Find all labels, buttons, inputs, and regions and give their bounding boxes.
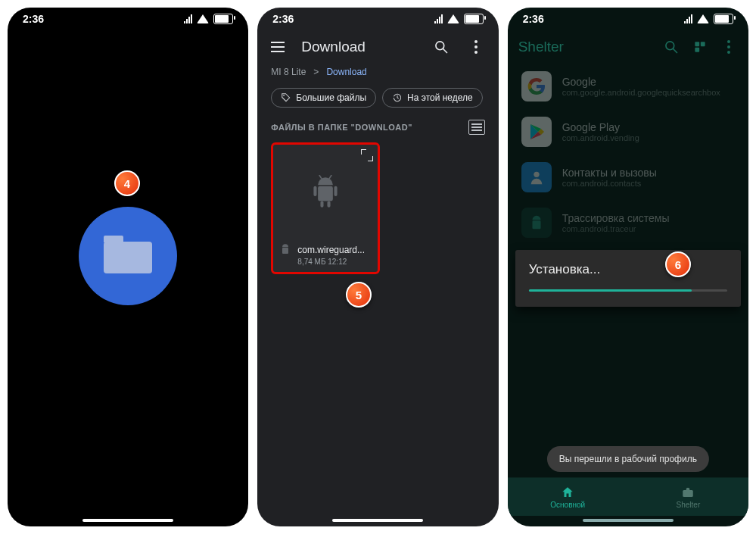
install-dialog: Установка... (515, 250, 741, 307)
svg-rect-4 (314, 186, 317, 196)
section-header-row: ФАЙЛЫ В ПАПКЕ "DOWNLOAD" (257, 118, 498, 142)
status-time: 2:36 (23, 13, 44, 25)
svg-rect-17 (532, 220, 540, 229)
app-list-item[interactable]: Googlecom.google.android.googlequicksear… (508, 64, 748, 109)
svg-rect-6 (321, 201, 324, 208)
search-button[interactable] (432, 38, 450, 56)
svg-rect-13 (695, 42, 699, 46)
work-profile-toast: Вы перешли в рабочий профиль (547, 446, 709, 472)
file-name: com.wireguard... (297, 245, 365, 255)
tag-icon (281, 92, 291, 103)
battery-icon (213, 14, 233, 24)
hamburger-icon[interactable] (271, 42, 285, 52)
svg-rect-5 (334, 186, 338, 196)
chip-big-files[interactable]: Большие файлы (271, 88, 376, 108)
callout-6: 6 (665, 251, 691, 277)
app-item-title: Контакты и вызовы (562, 167, 657, 179)
svg-point-16 (534, 172, 539, 177)
expand-icon[interactable] (361, 149, 373, 161)
screen-1-files-splash: 2:36 (8, 8, 248, 526)
filter-chips: Большие файлы На этой неделе (257, 82, 498, 118)
app-item-title: Google Play (562, 121, 639, 133)
settings-icon[interactable] (691, 38, 709, 56)
callout-4: 4 (114, 170, 140, 196)
svg-rect-7 (328, 201, 331, 208)
gesture-bar[interactable] (583, 519, 674, 522)
wifi-icon (697, 14, 709, 23)
tab-main[interactable]: Основной (508, 478, 628, 516)
gesture-bar[interactable] (332, 519, 423, 522)
section-header: ФАЙЛЫ В ПАПКЕ "DOWNLOAD" (271, 123, 412, 132)
app-item-title: Трассировка системы (562, 212, 670, 224)
history-icon (392, 92, 403, 103)
status-icons (684, 14, 733, 24)
android-icon (310, 175, 341, 210)
svg-rect-14 (701, 42, 705, 46)
wifi-icon (197, 14, 209, 23)
status-icons (184, 14, 233, 24)
svg-line-1 (443, 49, 446, 53)
svg-rect-15 (695, 48, 699, 52)
file-thumbnail (273, 145, 378, 240)
bottom-tabs: Основной Shelter (508, 477, 748, 516)
overflow-menu-icon[interactable] (467, 38, 485, 56)
tab-label: Shelter (677, 501, 701, 509)
home-icon (561, 486, 574, 499)
wifi-icon (447, 14, 459, 23)
file-meta: 8,74 МБ 12:12 (273, 258, 378, 266)
battery-icon (714, 14, 733, 24)
google-icon (521, 71, 552, 101)
app-bar: Shelter (508, 30, 748, 64)
status-bar: 2:36 (257, 8, 498, 30)
briefcase-icon (681, 486, 695, 499)
chip-this-week[interactable]: На этой неделе (382, 88, 483, 108)
signal-icon (434, 14, 443, 23)
signal-icon (184, 14, 192, 23)
app-title: Shelter (518, 39, 652, 55)
svg-rect-18 (683, 490, 694, 497)
search-icon (434, 39, 449, 55)
search-button[interactable] (662, 38, 680, 56)
svg-rect-3 (318, 186, 333, 201)
install-progressbar (529, 289, 727, 292)
breadcrumb: MI 8 Lite > Download (257, 62, 498, 82)
chevron-right-icon: > (313, 67, 319, 77)
app-bar: Download (257, 30, 498, 62)
status-bar: 2:36 (8, 8, 248, 30)
chip-label: Большие файлы (296, 92, 366, 103)
overflow-menu-icon[interactable] (720, 38, 738, 56)
callout-5: 5 (346, 282, 372, 308)
app-list-item[interactable]: Google Playcom.android.vending (508, 109, 748, 155)
app-item-pkg: com.android.contacts (562, 179, 657, 188)
chip-label: На этой неделе (407, 92, 473, 103)
app-item-pkg: com.google.android.googlequicksearchbox (562, 88, 720, 97)
folder-icon (104, 236, 152, 273)
splash-body (8, 30, 248, 526)
app-list-item[interactable]: Контакты и вызовыcom.android.contacts (508, 155, 748, 200)
app-item-title: Google (562, 76, 720, 88)
status-icons (434, 14, 484, 24)
app-list-item[interactable]: Трассировка системыcom.android.traceur (508, 200, 748, 245)
search-icon (664, 39, 679, 55)
traceur-icon (521, 208, 552, 238)
files-app-icon[interactable] (79, 207, 177, 305)
battery-icon (464, 14, 484, 24)
tab-shelter[interactable]: Shelter (628, 478, 748, 516)
page-title: Download (301, 39, 415, 55)
signal-icon (684, 14, 692, 23)
screen-3-shelter: 2:36 Shelter Googlecom.google.android.go… (508, 8, 748, 526)
gesture-bar[interactable] (82, 519, 173, 522)
svg-line-12 (673, 49, 677, 53)
screen-2-file-manager: 2:36 Download MI 8 Lite > Download Больш… (257, 8, 498, 526)
android-icon (279, 243, 291, 258)
app-item-pkg: com.android.traceur (562, 224, 670, 233)
status-time: 2:36 (523, 13, 544, 25)
app-item-pkg: com.android.vending (562, 133, 639, 142)
svg-rect-10 (282, 248, 288, 254)
svg-line-8 (319, 175, 322, 179)
breadcrumb-root[interactable]: MI 8 Lite (271, 67, 306, 77)
file-card-apk[interactable]: com.wireguard... 8,74 МБ 12:12 (271, 142, 380, 274)
google-play-icon (521, 117, 552, 147)
breadcrumb-current[interactable]: Download (326, 67, 366, 77)
list-view-toggle-icon[interactable] (468, 120, 485, 135)
